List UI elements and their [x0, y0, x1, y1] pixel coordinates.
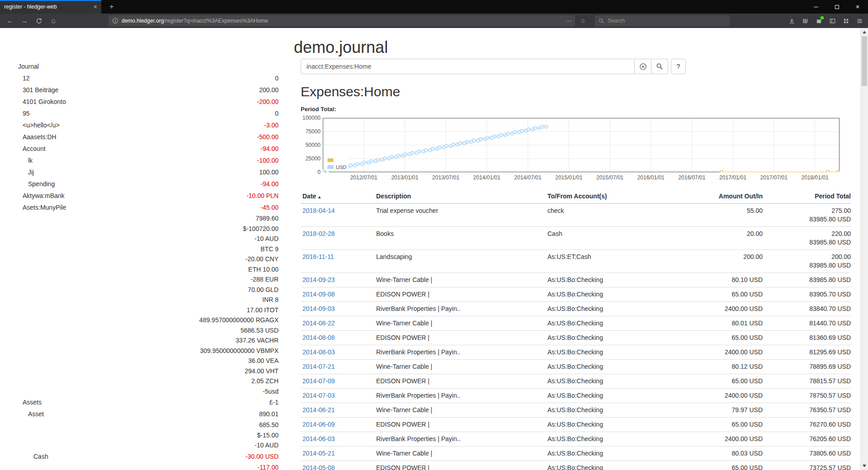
transaction-date-link[interactable]: 2018-04-14 — [302, 207, 335, 214]
download-button[interactable] — [785, 15, 798, 27]
transaction-amount: 65.00 USD — [674, 374, 763, 389]
account-link[interactable]: Account — [0, 145, 260, 152]
account-balance: BTC 9 — [260, 245, 280, 253]
page-actions-icon[interactable]: ⋯ — [566, 18, 571, 24]
account-link[interactable]: Cash — [0, 453, 245, 460]
transaction-account: As:US:Bo:Checking — [546, 374, 674, 389]
window-maximize-button[interactable] — [826, 0, 847, 14]
account-link[interactable]: Aaasets:DH — [0, 133, 257, 141]
window-minimize-button[interactable] — [806, 0, 826, 14]
account-link[interactable]: Asset — [0, 410, 259, 418]
url-bar[interactable]: demo.hledger.org/register?q=inacct%3AExp… — [108, 15, 575, 26]
x-tick-label: 2018/01/01 — [796, 174, 834, 181]
library-button[interactable] — [798, 15, 812, 27]
account-link[interactable]: 95 — [0, 110, 275, 117]
site-info-icon[interactable] — [112, 18, 118, 24]
menu-button[interactable] — [853, 15, 866, 27]
browser-search-bar[interactable]: Search — [595, 15, 730, 26]
table-row: 2014-06-21Wine-Tarner Cable |As:US:Bo:Ch… — [301, 403, 851, 418]
chart-plot-area[interactable] — [323, 118, 840, 172]
tab-title: register - hledger-web — [4, 4, 91, 10]
url-path: /register?q=inacct%3AExpenses%3AHome — [164, 18, 268, 24]
x-tick-label: 2013/01/01 — [386, 174, 424, 181]
account-balance: 337.26 VACHR — [236, 337, 280, 344]
tab-close-icon[interactable]: × — [94, 3, 97, 10]
transaction-period-total: 275.0083985.80 USD — [763, 203, 851, 227]
balance-line: 17.00 ITOT — [0, 305, 280, 315]
transaction-description: RiverBank Properties | Payin.. — [374, 345, 546, 360]
browser-toolbar: ← → ⌂ demo.hledger.org/register?q=inacct… — [0, 14, 868, 28]
transaction-date-link[interactable]: 2014-09-23 — [302, 276, 335, 283]
window-close-button[interactable]: × — [847, 0, 868, 14]
account-link[interactable]: Asets:MunyPile — [0, 204, 260, 211]
sidebar-journal-link[interactable]: Journal — [0, 61, 280, 72]
apps-grid-button[interactable] — [839, 15, 853, 27]
bookmark-star-icon[interactable]: ☆ — [580, 14, 586, 28]
transaction-description: Wine-Tarner Cable | — [374, 273, 546, 287]
back-button[interactable]: ← — [3, 15, 17, 27]
y-tick-label: 100000 — [301, 115, 321, 121]
account-link[interactable]: <u>hello</u> — [0, 122, 264, 129]
account-link[interactable]: 12 — [0, 75, 275, 82]
transaction-period-total: 76350.57 USD — [763, 403, 851, 418]
transaction-date-link[interactable]: 2014-08-03 — [302, 348, 335, 356]
transaction-date-link[interactable]: 2014-06-09 — [302, 421, 335, 428]
account-balance: -10.00 PLN — [246, 192, 280, 199]
transaction-date-link[interactable]: 2014-09-03 — [302, 305, 335, 312]
transaction-date-link[interactable]: 2018-02-28 — [302, 230, 335, 237]
transaction-description: RiverBank Properties | Payin.. — [374, 389, 546, 403]
transaction-amount: 65.00 USD — [674, 418, 763, 432]
transaction-period-total: 73725.57 USD — [763, 461, 851, 470]
transaction-date-link[interactable]: 2016-11-11 — [302, 253, 334, 260]
account-link[interactable]: 301 Beiträge — [0, 86, 259, 94]
account-balance: 200.00 — [259, 86, 280, 94]
scroll-down-arrow[interactable] — [863, 465, 866, 467]
transaction-date-link[interactable]: 2014-05-08 — [302, 464, 335, 470]
account-link[interactable]: 4101 Girokonto — [0, 98, 257, 105]
legend-entry — [327, 157, 346, 164]
account-row: 4101 Girokonto-200.00 — [0, 96, 280, 108]
account-link[interactable]: Jij — [0, 169, 259, 176]
reload-button[interactable] — [32, 15, 46, 27]
column-header-date[interactable]: Date▲ — [301, 190, 374, 203]
account-link[interactable]: lk — [0, 157, 257, 164]
account-heading: Expenses:Home — [301, 84, 851, 99]
new-tab-button[interactable]: + — [105, 0, 118, 14]
download-icon — [788, 18, 795, 24]
account-balance: -100.00 — [257, 157, 280, 164]
sidebar-toggle-button[interactable] — [826, 15, 839, 27]
chart-y-axis: 0250005000075000100000 — [301, 118, 321, 172]
help-button[interactable]: ? — [671, 59, 686, 74]
account-link[interactable]: Aktywa:mBank — [0, 192, 246, 199]
column-header-period-total: Period Total — [763, 190, 851, 203]
table-row: 2014-09-08EDISON POWER |As:US:Bo:Checkin… — [301, 287, 851, 302]
transaction-date-link[interactable]: 2014-08-08 — [302, 334, 335, 341]
transaction-description: Books — [374, 227, 546, 250]
query-input[interactable] — [301, 59, 635, 74]
transaction-account: As:US:Bo:Checking — [546, 345, 674, 360]
clear-query-button[interactable] — [635, 59, 651, 74]
transaction-date-link[interactable]: 2014-07-21 — [302, 363, 335, 370]
table-row: 2014-07-09EDISON POWER |As:US:Bo:Checkin… — [301, 374, 851, 389]
scroll-up-arrow[interactable] — [863, 31, 866, 33]
account-link[interactable]: Spending — [0, 180, 260, 188]
search-icon — [599, 18, 604, 24]
page-scrollbar[interactable] — [860, 28, 868, 470]
search-button[interactable] — [651, 59, 668, 74]
browser-tab[interactable]: register - hledger-web × — [0, 0, 101, 14]
transaction-amount: 79.97 USD — [674, 403, 763, 418]
transaction-date-link[interactable]: 2014-05-21 — [302, 450, 335, 457]
transaction-description: Trial expense voucher — [374, 203, 546, 227]
transaction-date-link[interactable]: 2014-07-03 — [302, 392, 335, 399]
scrollbar-thumb[interactable] — [862, 36, 867, 86]
transaction-date-link[interactable]: 2014-09-08 — [302, 291, 335, 298]
forward-button[interactable]: → — [17, 15, 32, 27]
transaction-date-link[interactable]: 2014-08-22 — [302, 320, 335, 327]
extension-button[interactable] — [812, 15, 826, 27]
transaction-date-link[interactable]: 2014-06-21 — [302, 406, 335, 414]
transaction-period-total: 78815.57 USD — [763, 374, 851, 389]
account-link[interactable]: Assets — [0, 399, 269, 406]
transaction-date-link[interactable]: 2014-07-09 — [302, 377, 335, 385]
transaction-date-link[interactable]: 2014-06-03 — [302, 435, 335, 442]
home-button[interactable]: ⌂ — [46, 15, 61, 27]
